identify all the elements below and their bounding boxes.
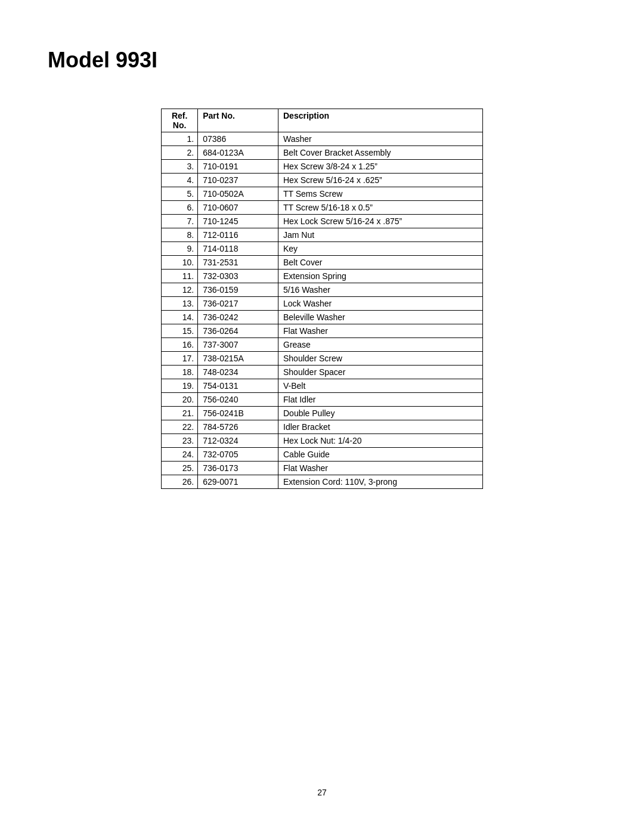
- table-row: 2.684-0123ABelt Cover Bracket Assembly: [162, 146, 483, 160]
- cell-part-no: 710-1245: [198, 215, 278, 228]
- cell-part-no: 710-0502A: [198, 187, 278, 201]
- table-row: 4.710-0237Hex Screw 5/16-24 x .625”: [162, 174, 483, 187]
- table-row: 12.736-01595/16 Washer: [162, 283, 483, 297]
- cell-description: Double Pulley: [278, 407, 483, 420]
- table-row: 14.736-0242Beleville Washer: [162, 311, 483, 324]
- cell-ref: 6.: [162, 201, 198, 215]
- cell-part-no: 732-0705: [198, 448, 278, 462]
- cell-description: Idler Bracket: [278, 420, 483, 434]
- cell-description: Hex Lock Nut: 1/4-20: [278, 434, 483, 448]
- cell-description: Extension Spring: [278, 270, 483, 283]
- cell-description: Belt Cover: [278, 256, 483, 270]
- parts-table: Ref.No. Part No. Description 1.07386Wash…: [161, 109, 483, 489]
- cell-part-no: 748-0234: [198, 366, 278, 379]
- cell-ref: 10.: [162, 256, 198, 270]
- cell-part-no: 732-0303: [198, 270, 278, 283]
- table-row: 5.710-0502ATT Sems Screw: [162, 187, 483, 201]
- cell-part-no: 710-0191: [198, 160, 278, 174]
- table-row: 23.712-0324Hex Lock Nut: 1/4-20: [162, 434, 483, 448]
- cell-ref: 9.: [162, 242, 198, 256]
- cell-description: V-Belt: [278, 379, 483, 393]
- table-row: 22.784-5726Idler Bracket: [162, 420, 483, 434]
- table-row: 18.748-0234Shoulder Spacer: [162, 366, 483, 379]
- table-row: 10.731-2531Belt Cover: [162, 256, 483, 270]
- table-row: 19.754-0131V-Belt: [162, 379, 483, 393]
- cell-part-no: 784-5726: [198, 420, 278, 434]
- cell-description: Washer: [278, 132, 483, 146]
- page-number: 27: [317, 788, 327, 797]
- table-row: 6.710-0607TT Screw 5/16-18 x 0.5”: [162, 201, 483, 215]
- table-row: 3.710-0191Hex Screw 3/8-24 x 1.25”: [162, 160, 483, 174]
- cell-ref: 18.: [162, 366, 198, 379]
- page-title: Model 993I: [48, 48, 644, 73]
- table-row: 1.07386Washer: [162, 132, 483, 146]
- cell-ref: 19.: [162, 379, 198, 393]
- cell-ref: 17.: [162, 352, 198, 366]
- cell-description: TT Screw 5/16-18 x 0.5”: [278, 201, 483, 215]
- header-part-no: Part No.: [198, 109, 278, 132]
- table-row: 7.710-1245Hex Lock Screw 5/16-24 x .875”: [162, 215, 483, 228]
- cell-part-no: 712-0324: [198, 434, 278, 448]
- cell-part-no: 07386: [198, 132, 278, 146]
- cell-description: Shoulder Screw: [278, 352, 483, 366]
- cell-part-no: 736-0242: [198, 311, 278, 324]
- cell-part-no: 756-0241B: [198, 407, 278, 420]
- cell-ref: 26.: [162, 475, 198, 489]
- cell-part-no: 737-3007: [198, 338, 278, 352]
- cell-description: Cable Guide: [278, 448, 483, 462]
- cell-part-no: 738-0215A: [198, 352, 278, 366]
- table-row: 17.738-0215AShoulder Screw: [162, 352, 483, 366]
- cell-part-no: 629-0071: [198, 475, 278, 489]
- cell-description: Hex Screw 5/16-24 x .625”: [278, 174, 483, 187]
- cell-ref: 5.: [162, 187, 198, 201]
- cell-description: Key: [278, 242, 483, 256]
- cell-part-no: 714-0118: [198, 242, 278, 256]
- cell-part-no: 756-0240: [198, 393, 278, 407]
- cell-part-no: 754-0131: [198, 379, 278, 393]
- cell-description: Hex Screw 3/8-24 x 1.25”: [278, 160, 483, 174]
- table-header-row: Ref.No. Part No. Description: [162, 109, 483, 132]
- cell-part-no: 736-0264: [198, 324, 278, 338]
- table-row: 26.629-0071Extension Cord: 110V, 3-prong: [162, 475, 483, 489]
- cell-ref: 1.: [162, 132, 198, 146]
- cell-description: Hex Lock Screw 5/16-24 x .875”: [278, 215, 483, 228]
- cell-part-no: 736-0159: [198, 283, 278, 297]
- cell-part-no: 684-0123A: [198, 146, 278, 160]
- cell-ref: 8.: [162, 228, 198, 242]
- cell-ref: 3.: [162, 160, 198, 174]
- cell-ref: 14.: [162, 311, 198, 324]
- cell-description: Lock Washer: [278, 297, 483, 311]
- cell-description: Flat Washer: [278, 324, 483, 338]
- table-row: 24.732-0705Cable Guide: [162, 448, 483, 462]
- cell-ref: 4.: [162, 174, 198, 187]
- cell-part-no: 736-0173: [198, 462, 278, 475]
- cell-part-no: 712-0116: [198, 228, 278, 242]
- parts-table-container: Ref.No. Part No. Description 1.07386Wash…: [161, 109, 596, 489]
- header-ref: Ref.No.: [162, 109, 198, 132]
- cell-description: 5/16 Washer: [278, 283, 483, 297]
- cell-description: Flat Idler: [278, 393, 483, 407]
- cell-description: Jam Nut: [278, 228, 483, 242]
- cell-description: Flat Washer: [278, 462, 483, 475]
- cell-ref: 21.: [162, 407, 198, 420]
- table-row: 9.714-0118Key: [162, 242, 483, 256]
- cell-description: TT Sems Screw: [278, 187, 483, 201]
- cell-ref: 25.: [162, 462, 198, 475]
- table-row: 8.712-0116Jam Nut: [162, 228, 483, 242]
- cell-ref: 20.: [162, 393, 198, 407]
- table-row: 25.736-0173Flat Washer: [162, 462, 483, 475]
- cell-description: Belt Cover Bracket Assembly: [278, 146, 483, 160]
- cell-ref: 7.: [162, 215, 198, 228]
- cell-description: Extension Cord: 110V, 3-prong: [278, 475, 483, 489]
- cell-description: Beleville Washer: [278, 311, 483, 324]
- cell-ref: 23.: [162, 434, 198, 448]
- cell-part-no: 710-0237: [198, 174, 278, 187]
- header-description: Description: [278, 109, 483, 132]
- table-row: 21.756-0241BDouble Pulley: [162, 407, 483, 420]
- cell-ref: 22.: [162, 420, 198, 434]
- cell-ref: 24.: [162, 448, 198, 462]
- table-row: 11.732-0303Extension Spring: [162, 270, 483, 283]
- table-row: 15.736-0264Flat Washer: [162, 324, 483, 338]
- cell-ref: 16.: [162, 338, 198, 352]
- cell-ref: 12.: [162, 283, 198, 297]
